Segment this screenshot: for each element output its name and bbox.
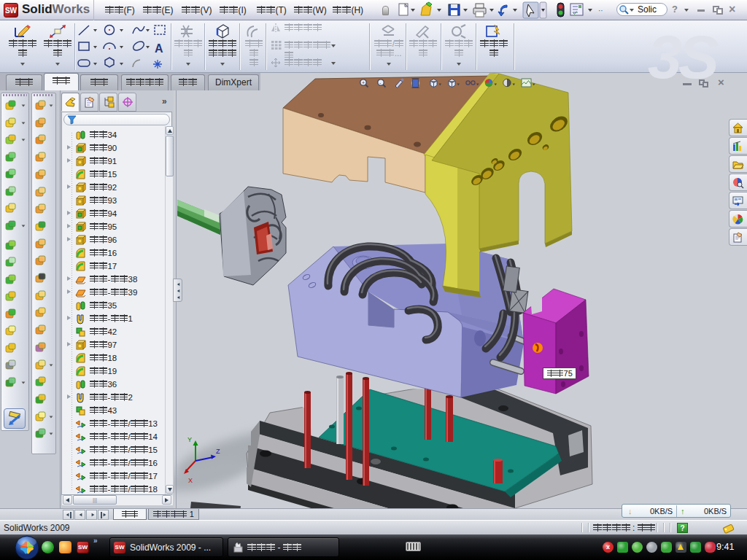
svg-text:X: X <box>188 477 193 484</box>
svg-text:+: + <box>362 80 365 85</box>
svg-text:Y: Y <box>187 436 192 443</box>
svg-text:··: ·· <box>598 7 603 15</box>
svg-text:A: A <box>155 42 163 55</box>
svg-text:Z: Z <box>216 448 220 455</box>
